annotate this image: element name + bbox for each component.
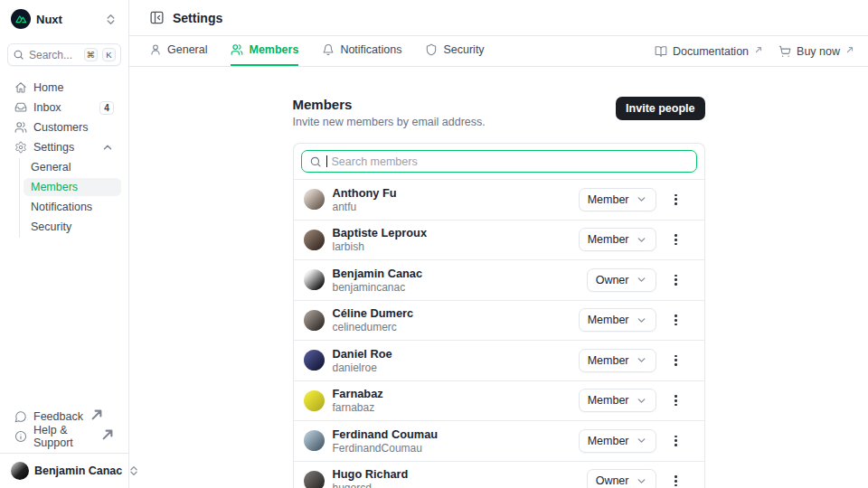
- tab-security[interactable]: Security: [425, 36, 484, 66]
- member-role-dropdown[interactable]: Member: [579, 228, 656, 251]
- member-avatar: [304, 350, 325, 371]
- member-username: hugorcd: [333, 482, 409, 488]
- workspace-name: Nuxt: [36, 13, 62, 26]
- sidebar-item-help-support[interactable]: Help & Support: [7, 427, 121, 446]
- member-actions-menu-button[interactable]: [668, 352, 684, 370]
- invite-people-button[interactable]: Invite people: [616, 97, 704, 120]
- member-avatar: [304, 310, 325, 331]
- sub-item-label: General: [31, 161, 71, 174]
- sidebar-item-inbox[interactable]: Inbox 4: [7, 99, 121, 117]
- chevron-up-icon: [101, 141, 114, 154]
- collapse-sidebar-icon[interactable]: [149, 10, 165, 25]
- sidebar-item-home[interactable]: Home: [7, 79, 121, 97]
- sidebar-item-label: Settings: [33, 141, 74, 154]
- members-subtitle: Invite new members by email address.: [293, 116, 486, 128]
- app-window: Nuxt Search... ⌘ K Home Inbox 4 Customer…: [0, 0, 868, 488]
- tab-members[interactable]: Members: [231, 36, 298, 66]
- member-row: Farnabaz farnabaz Member: [294, 380, 704, 421]
- member-actions-menu-button[interactable]: [668, 191, 684, 209]
- member-role-label: Member: [588, 435, 629, 447]
- documentation-link[interactable]: Documentation: [655, 45, 762, 58]
- info-circle-icon: [14, 430, 27, 443]
- chevron-down-icon: [636, 395, 647, 407]
- link-label: Buy now: [797, 45, 840, 58]
- member-username: farnabaz: [333, 401, 383, 414]
- tab-label: Notifications: [340, 43, 401, 56]
- person-icon: [149, 43, 162, 56]
- member-name: Céline Dumerc: [333, 306, 414, 320]
- tab-bar: General Members Notifications Security: [129, 36, 868, 67]
- users-icon: [14, 121, 27, 134]
- member-actions-menu-button[interactable]: [668, 391, 684, 409]
- shopping-cart-icon: [778, 45, 791, 58]
- member-actions-menu-button[interactable]: [668, 472, 684, 488]
- member-role-dropdown[interactable]: Member: [579, 349, 656, 372]
- search-members-placeholder: Search members: [332, 155, 418, 168]
- user-menu[interactable]: Benjamin Canac: [7, 459, 121, 483]
- member-actions-menu-button[interactable]: [668, 271, 684, 289]
- members-title: Members: [293, 97, 486, 112]
- member-role-dropdown[interactable]: Member: [579, 188, 656, 211]
- chevron-down-icon: [636, 274, 647, 286]
- member-actions-menu-button[interactable]: [668, 432, 684, 450]
- external-link-icon: [90, 408, 103, 421]
- sidebar-item-customers[interactable]: Customers: [7, 118, 121, 136]
- sidebar-search-button[interactable]: Search... ⌘ K: [7, 43, 121, 66]
- tab-label: Security: [443, 43, 484, 56]
- member-name: Anthony Fu: [333, 186, 397, 200]
- member-role-dropdown[interactable]: Owner: [587, 469, 656, 488]
- member-role-label: Owner: [596, 274, 629, 286]
- member-username: benjamincanac: [333, 281, 423, 294]
- member-actions-menu-button[interactable]: [668, 230, 684, 249]
- header-links: Documentation Buy now: [655, 36, 854, 66]
- sidebar-item-label: Feedback: [33, 410, 83, 423]
- workspace-switcher[interactable]: Nuxt: [7, 7, 121, 31]
- sidebar: Nuxt Search... ⌘ K Home Inbox 4 Customer…: [0, 0, 129, 488]
- search-members-input[interactable]: Search members: [301, 150, 697, 173]
- kbd-meta: ⌘: [84, 48, 99, 61]
- chevron-down-icon: [636, 435, 647, 446]
- sidebar-item-notifications[interactable]: Notifications: [24, 198, 121, 216]
- bell-icon: [322, 43, 335, 56]
- member-role-label: Owner: [596, 474, 629, 487]
- sidebar-item-label: Customers: [33, 121, 88, 134]
- sub-item-label: Notifications: [31, 201, 92, 213]
- tab-general[interactable]: General: [149, 36, 207, 66]
- member-role-dropdown[interactable]: Member: [579, 429, 656, 453]
- sidebar-nav: Home Inbox 4 Customers Settings General …: [7, 79, 121, 238]
- user-name: Benjamin Canac: [34, 465, 122, 477]
- member-list: Anthony Fu antfu Member Baptiste Leproux…: [294, 179, 704, 488]
- member-role-label: Member: [588, 394, 629, 407]
- home-icon: [14, 81, 27, 94]
- member-avatar: [304, 430, 325, 451]
- chevron-up-down-icon: [104, 13, 118, 26]
- tabs: General Members Notifications Security: [149, 36, 485, 66]
- sidebar-item-security[interactable]: Security: [24, 218, 121, 236]
- sidebar-item-feedback[interactable]: Feedback: [7, 408, 121, 426]
- tab-notifications[interactable]: Notifications: [322, 36, 401, 66]
- kbd-k: K: [102, 48, 116, 61]
- inbox-count-badge: 4: [99, 101, 114, 115]
- member-name: Ferdinand Coumau: [333, 427, 439, 441]
- content-area: Members Invite new members by email addr…: [129, 67, 868, 488]
- member-role-dropdown[interactable]: Member: [579, 389, 656, 412]
- member-row: Céline Dumerc celinedumerc Member: [294, 300, 704, 341]
- members-section-header: Members Invite new members by email addr…: [293, 97, 705, 128]
- sidebar-item-settings[interactable]: Settings: [7, 138, 121, 156]
- member-row: Hugo Richard hugorcd Owner: [294, 461, 704, 488]
- sidebar-item-label: Help & Support: [33, 424, 94, 449]
- member-avatar: [304, 390, 325, 411]
- member-name: Baptiste Leproux: [333, 226, 428, 239]
- chevron-down-icon: [636, 314, 647, 326]
- sidebar-item-general[interactable]: General: [24, 158, 121, 176]
- member-role-dropdown[interactable]: Owner: [587, 268, 656, 292]
- sidebar-item-label: Home: [33, 81, 63, 94]
- member-actions-menu-button[interactable]: [668, 311, 684, 329]
- external-link-icon: [101, 428, 114, 441]
- member-role-dropdown[interactable]: Member: [579, 308, 656, 332]
- buy-now-link[interactable]: Buy now: [778, 45, 854, 58]
- sidebar-item-members[interactable]: Members: [24, 178, 121, 196]
- member-name: Benjamin Canac: [333, 267, 423, 280]
- search-icon: [309, 155, 322, 168]
- main-panel: Settings General Members Notifications: [129, 0, 868, 488]
